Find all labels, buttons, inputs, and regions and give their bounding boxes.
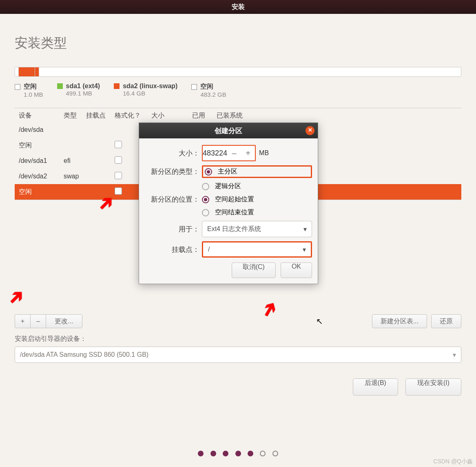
cell-device: 空闲 xyxy=(19,141,64,150)
radio-on-icon xyxy=(205,168,212,176)
size-value: 483224 xyxy=(203,149,227,158)
type-logical-text: 逻辑分区 xyxy=(215,182,241,189)
caret-down-icon: ▾ xyxy=(303,246,306,254)
th-mount: 挂载点 xyxy=(86,111,115,120)
bootloader-value: /dev/sda ATA Samsung SSD 860 (500.1 GB) xyxy=(20,351,148,358)
step-pager xyxy=(0,451,476,458)
window-titlebar: 安装 xyxy=(0,0,476,14)
ok-button[interactable]: OK xyxy=(281,262,312,278)
seg-sda1 xyxy=(18,67,35,76)
size-unit: MB xyxy=(259,149,269,157)
legend-size: 499.1 MB xyxy=(66,90,100,97)
cell-type: swap xyxy=(64,173,86,180)
seg-free-1 xyxy=(15,67,18,76)
legend-label: 空闲 xyxy=(200,82,213,91)
partition-toolbar: + – 更改... 新建分区表... 还原 xyxy=(15,314,461,328)
th-type: 类型 xyxy=(64,111,86,120)
remove-partition-button[interactable]: – xyxy=(30,314,46,328)
stepper-minus-icon[interactable]: – xyxy=(227,149,241,158)
bootloader-label: 安装启动引导器的设备： xyxy=(15,335,461,343)
radio-off-icon xyxy=(202,209,209,216)
cell-type: efi xyxy=(64,157,86,165)
size-stepper[interactable]: 483224 – + xyxy=(202,145,256,161)
caret-down-icon: ▾ xyxy=(453,351,456,359)
type-logical-option[interactable]: 逻辑分区 xyxy=(202,182,312,191)
type-label: 新分区的类型： xyxy=(145,167,202,176)
cell-device: /dev/sda xyxy=(19,126,64,133)
legend-item: 空闲 1.0 MB xyxy=(15,82,43,98)
legend-size: 16.4 GB xyxy=(123,90,177,97)
swatch-icon xyxy=(114,83,120,89)
footer-buttons: 后退(B) 现在安装(I) xyxy=(15,378,461,396)
pager-dot-icon xyxy=(260,451,266,456)
radio-on-icon xyxy=(202,196,209,203)
cancel-button[interactable]: 取消(C) xyxy=(232,262,276,278)
stepper-plus-icon[interactable]: + xyxy=(241,149,255,158)
change-partition-button[interactable]: 更改... xyxy=(46,314,82,328)
cell-device: /dev/sda1 xyxy=(19,157,64,165)
disk-usage-bar xyxy=(15,67,461,77)
location-label: 新分区的位置： xyxy=(145,195,202,204)
caret-down-icon: ▾ xyxy=(303,225,307,233)
cell-device: 空闲 xyxy=(19,188,64,196)
swatch-icon xyxy=(191,84,197,90)
swatch-icon xyxy=(57,83,63,89)
checkbox-icon[interactable] xyxy=(115,172,122,179)
swatch-icon xyxy=(15,84,20,90)
location-end-option[interactable]: 空间结束位置 xyxy=(202,208,312,217)
checkbox-icon[interactable] xyxy=(115,156,122,164)
use-as-label: 用于： xyxy=(145,225,202,234)
type-primary-option[interactable]: 主分区 xyxy=(202,165,312,178)
legend-size: 1.0 MB xyxy=(24,91,43,98)
checkbox-icon[interactable] xyxy=(115,187,122,195)
mount-point-select[interactable]: / ▾ xyxy=(202,241,312,258)
pager-dot-icon xyxy=(210,451,216,456)
use-as-value: Ext4 日志文件系统 xyxy=(207,225,261,234)
legend-item: 空闲 483.2 GB xyxy=(191,82,226,98)
legend-item: sda2 (linux-swap) 16.4 GB xyxy=(114,82,177,98)
pager-dot-icon xyxy=(272,451,278,456)
radio-off-icon xyxy=(202,183,209,190)
install-now-button[interactable]: 现在安装(I) xyxy=(405,378,461,396)
close-icon[interactable]: ✕ xyxy=(306,126,314,135)
th-used: 已用 xyxy=(192,111,217,120)
partition-legend: 空闲 1.0 MB sda1 (ext4) 499.1 MB sda2 (lin… xyxy=(15,82,461,98)
legend-label: 空闲 xyxy=(24,82,37,91)
type-primary-text: 主分区 xyxy=(218,168,237,175)
page-title: 安装类型 xyxy=(15,34,461,52)
create-partition-dialog: 创建分区 ✕ 大小： 483224 – + MB 新分区的类型： 主分区 xyxy=(139,122,318,284)
watermark: CSDN @Q小鑫 xyxy=(433,458,473,465)
legend-label: sda2 (linux-swap) xyxy=(123,82,177,90)
dialog-title: 创建分区 xyxy=(215,126,242,136)
new-partition-table-button[interactable]: 新建分区表... xyxy=(372,314,427,328)
seg-free-2 xyxy=(39,67,461,76)
back-button[interactable]: 后退(B) xyxy=(353,378,398,396)
th-device: 设备 xyxy=(19,111,64,120)
location-begin-text: 空间起始位置 xyxy=(215,196,254,202)
dialog-titlebar: 创建分区 ✕ xyxy=(139,123,318,138)
revert-button[interactable]: 还原 xyxy=(431,314,461,328)
legend-label: sda1 (ext4) xyxy=(66,82,100,90)
mount-value: / xyxy=(208,246,210,253)
cell-device: /dev/sda2 xyxy=(19,173,64,180)
th-sys: 已装系统 xyxy=(217,111,457,120)
pager-dot-icon xyxy=(223,451,228,456)
location-end-text: 空间结束位置 xyxy=(215,209,254,216)
bootloader-device-select[interactable]: /dev/sda ATA Samsung SSD 860 (500.1 GB) … xyxy=(15,347,461,363)
th-size: 大小 xyxy=(151,111,192,120)
add-partition-button[interactable]: + xyxy=(15,314,30,328)
use-as-select[interactable]: Ext4 日志文件系统 ▾ xyxy=(202,221,312,237)
mouse-cursor-icon: ↖ xyxy=(316,316,323,326)
legend-size: 483.2 GB xyxy=(200,91,226,98)
table-header: 设备 类型 挂载点 格式化？ 大小 已用 已装系统 xyxy=(15,108,461,122)
location-begin-option[interactable]: 空间起始位置 xyxy=(202,195,312,204)
size-label: 大小： xyxy=(145,149,202,158)
legend-item: sda1 (ext4) 499.1 MB xyxy=(57,82,100,98)
th-format: 格式化？ xyxy=(115,111,151,120)
pager-dot-icon xyxy=(248,451,253,456)
mount-label: 挂载点： xyxy=(145,245,202,254)
pager-dot-icon xyxy=(235,451,241,456)
pager-dot-icon xyxy=(198,451,204,456)
checkbox-icon[interactable] xyxy=(115,141,122,148)
seg-sda2 xyxy=(35,67,39,76)
